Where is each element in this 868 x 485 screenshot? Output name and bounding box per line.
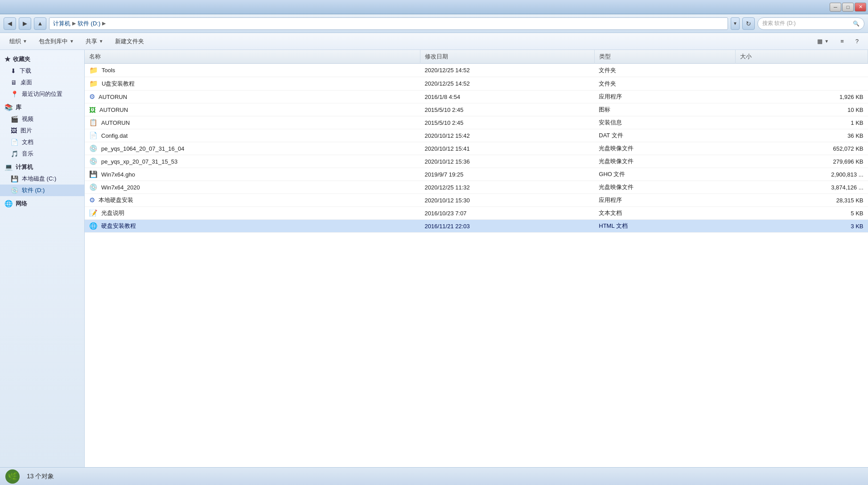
file-name-cell: 📄 Config.dat bbox=[85, 129, 420, 142]
new-folder-button[interactable]: 新建文件夹 bbox=[110, 35, 149, 48]
file-size-cell: 28,315 KB bbox=[735, 194, 868, 207]
file-size-cell bbox=[735, 64, 868, 77]
organize-button[interactable]: 组织 ▼ bbox=[4, 35, 32, 48]
sidebar-item-video[interactable]: 🎬视频 bbox=[0, 113, 84, 125]
include-library-button[interactable]: 包含到库中 ▼ bbox=[34, 35, 79, 48]
breadcrumb-computer[interactable]: 计算机 bbox=[53, 20, 70, 28]
file-type-cell: 应用程序 bbox=[594, 194, 735, 207]
sidebar-header-favorites[interactable]: ★收藏夹 bbox=[0, 53, 84, 65]
sidebar-header-computer[interactable]: 💻计算机 bbox=[0, 161, 84, 173]
file-size-cell: 1 KB bbox=[735, 116, 868, 129]
forward-button[interactable]: ▶ bbox=[19, 17, 31, 30]
file-name-8: pe_yqs_xp_20_07_31_15_53 bbox=[101, 158, 177, 165]
address-dropdown[interactable]: ▼ bbox=[731, 17, 740, 30]
breadcrumb-sep-2: ▶ bbox=[102, 21, 106, 26]
sidebar-header-icon-computer: 💻 bbox=[4, 163, 13, 171]
file-size-cell: 652,072 KB bbox=[735, 142, 868, 155]
new-folder-label: 新建文件夹 bbox=[115, 37, 144, 45]
file-size-cell bbox=[735, 77, 868, 90]
help-icon: ? bbox=[856, 38, 859, 45]
sidebar-item-drive_c[interactable]: 💾本地磁盘 (C:) bbox=[0, 173, 84, 185]
sidebar-header-label-computer: 计算机 bbox=[16, 163, 33, 171]
sidebar-header-library[interactable]: 📚库 bbox=[0, 102, 84, 113]
file-name-4: AUTORUN bbox=[99, 107, 128, 113]
breadcrumb-drive-d[interactable]: 软件 (D:) bbox=[78, 20, 100, 28]
sidebar-item-label-picture: 图片 bbox=[21, 127, 32, 135]
file-name-5: AUTORUN bbox=[101, 119, 130, 126]
sidebar-item-music[interactable]: 🎵音乐 bbox=[0, 148, 84, 160]
search-box[interactable]: 搜索 软件 (D:) 🔍 bbox=[757, 17, 864, 30]
refresh-button[interactable]: ↻ bbox=[742, 17, 755, 30]
file-icon-2: 📁 bbox=[89, 79, 98, 88]
table-row[interactable]: 📋 AUTORUN 2015/5/10 2:45 安装信息 1 KB bbox=[85, 116, 868, 129]
search-placeholder: 搜索 软件 (D:) bbox=[762, 20, 796, 27]
layout-button[interactable]: ≡ bbox=[835, 35, 849, 48]
up-button[interactable]: ▲ bbox=[34, 17, 46, 30]
sidebar-item-desktop[interactable]: 🖥桌面 bbox=[0, 77, 84, 88]
share-button[interactable]: 共享 ▼ bbox=[81, 35, 108, 48]
file-size-cell: 3,874,126 ... bbox=[735, 181, 868, 194]
sidebar-item-drive_d[interactable]: 💿软件 (D:) bbox=[0, 185, 84, 196]
table-row[interactable]: ⚙ 本地硬盘安装 2020/10/12 15:30 应用程序 28,315 KB bbox=[85, 194, 868, 207]
help-button[interactable]: ? bbox=[851, 35, 864, 48]
file-modified-cell: 2015/5/10 2:45 bbox=[420, 103, 595, 116]
sidebar-item-downloads[interactable]: ⬇下载 bbox=[0, 65, 84, 77]
file-name-11: 本地硬盘安装 bbox=[99, 196, 133, 204]
sidebar-header-network[interactable]: 🌐网络 bbox=[0, 198, 84, 210]
sidebar-item-picture[interactable]: 🖼图片 bbox=[0, 125, 84, 136]
view-button[interactable]: ▦ ▼ bbox=[812, 35, 834, 48]
close-button[interactable]: ✕ bbox=[855, 3, 866, 12]
file-modified-cell: 2020/12/25 14:52 bbox=[420, 64, 595, 77]
table-row[interactable]: 🌐 硬盘安装教程 2016/11/21 22:03 HTML 文档 3 KB bbox=[85, 220, 868, 233]
maximize-button[interactable]: □ bbox=[842, 3, 854, 12]
file-modified-cell: 2020/10/12 15:42 bbox=[420, 129, 595, 142]
file-name-cell: 📋 AUTORUN bbox=[85, 116, 420, 129]
column-header-size[interactable]: 大小 bbox=[735, 50, 868, 64]
file-modified-cell: 2016/10/23 7:07 bbox=[420, 207, 595, 220]
file-type-cell: 文件夹 bbox=[594, 64, 735, 77]
sidebar-item-icon-document: 📄 bbox=[11, 139, 18, 146]
file-table: 名称修改日期类型大小 📁 Tools 2020/12/25 14:52 文件夹 … bbox=[85, 50, 868, 233]
file-modified-cell: 2016/11/21 22:03 bbox=[420, 220, 595, 233]
file-icon-8: 💿 bbox=[89, 157, 98, 165]
file-pane: 名称修改日期类型大小 📁 Tools 2020/12/25 14:52 文件夹 … bbox=[85, 50, 868, 467]
file-name-3: AUTORUN bbox=[99, 94, 127, 100]
column-header-type[interactable]: 类型 bbox=[594, 50, 735, 64]
sidebar-item-recent[interactable]: 📍最近访问的位置 bbox=[0, 88, 84, 100]
sidebar-item-label-drive_d: 软件 (D:) bbox=[22, 186, 45, 194]
table-row[interactable]: 💾 Win7x64.gho 2019/9/7 19:25 GHO 文件 2,90… bbox=[85, 168, 868, 181]
table-row[interactable]: 💿 pe_yqs_xp_20_07_31_15_53 2020/10/12 15… bbox=[85, 155, 868, 168]
minimize-button[interactable]: ─ bbox=[830, 3, 841, 12]
sidebar-header-icon-network: 🌐 bbox=[4, 200, 13, 208]
titlebar-buttons: ─ □ ✕ bbox=[830, 3, 866, 12]
table-row[interactable]: 📄 Config.dat 2020/10/12 15:42 DAT 文件 36 … bbox=[85, 129, 868, 142]
table-row[interactable]: 💿 Win7x64_2020 2020/12/25 11:32 光盘映像文件 3… bbox=[85, 181, 868, 194]
table-row[interactable]: 💿 pe_yqs_1064_20_07_31_16_04 2020/10/12 … bbox=[85, 142, 868, 155]
breadcrumb-bar: 计算机 ▶ 软件 (D:) ▶ bbox=[49, 17, 728, 30]
table-row[interactable]: 🖼 AUTORUN 2015/5/10 2:45 图标 10 KB bbox=[85, 103, 868, 116]
file-name-13: 硬盘安装教程 bbox=[101, 222, 136, 230]
file-name-1: Tools bbox=[102, 67, 115, 74]
file-table-header: 名称修改日期类型大小 bbox=[85, 50, 868, 64]
file-icon-1: 📁 bbox=[89, 66, 98, 74]
back-button[interactable]: ◀ bbox=[4, 17, 16, 30]
file-icon-13: 🌐 bbox=[89, 222, 98, 230]
toolbar: 组织 ▼ 包含到库中 ▼ 共享 ▼ 新建文件夹 ▦ ▼ ≡ ? bbox=[0, 33, 868, 50]
sidebar-item-document[interactable]: 📄文档 bbox=[0, 136, 84, 148]
file-type-cell: 文本文档 bbox=[594, 207, 735, 220]
file-name-10: Win7x64_2020 bbox=[101, 184, 140, 191]
column-header-name[interactable]: 名称 bbox=[85, 50, 420, 64]
column-header-modified[interactable]: 修改日期 bbox=[420, 50, 595, 64]
table-row[interactable]: ⚙ AUTORUN 2016/1/8 4:54 应用程序 1,926 KB bbox=[85, 90, 868, 103]
share-label: 共享 bbox=[86, 37, 97, 45]
sidebar-item-icon-music: 🎵 bbox=[11, 150, 18, 157]
file-name-cell: 📁 U盘安装教程 bbox=[85, 77, 420, 90]
file-modified-cell: 2020/10/12 15:36 bbox=[420, 155, 595, 168]
file-size-cell: 279,696 KB bbox=[735, 155, 868, 168]
file-icon-10: 💿 bbox=[89, 183, 98, 191]
sidebar-item-icon-recent: 📍 bbox=[11, 90, 18, 98]
file-modified-cell: 2015/5/10 2:45 bbox=[420, 116, 595, 129]
table-row[interactable]: 📝 光盘说明 2016/10/23 7:07 文本文档 5 KB bbox=[85, 207, 868, 220]
table-row[interactable]: 📁 Tools 2020/12/25 14:52 文件夹 bbox=[85, 64, 868, 77]
table-row[interactable]: 📁 U盘安装教程 2020/12/25 14:52 文件夹 bbox=[85, 77, 868, 90]
